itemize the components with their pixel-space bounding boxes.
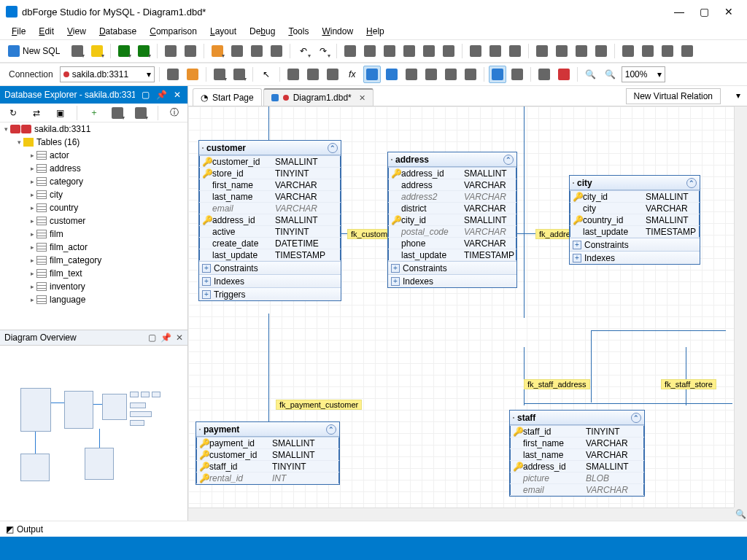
collapse-icon[interactable]: ⌃ <box>328 143 338 153</box>
menu-edit[interactable]: Edit <box>33 25 60 38</box>
menu-comparison[interactable]: Comparison <box>144 25 203 38</box>
column-row[interactable]: create_dateDATETIME <box>199 238 341 249</box>
pin-button[interactable]: 📌 <box>155 89 167 101</box>
menu-layout[interactable]: Layout <box>204 25 242 38</box>
tree-table-film_category[interactable]: ▸film_category <box>0 254 187 267</box>
menu-debug[interactable]: Debug <box>244 25 281 38</box>
new-conn-button[interactable]: ⇄ <box>28 104 45 122</box>
reconnect-button[interactable]: ↻ <box>4 104 22 122</box>
column-row[interactable]: 🔑address_idSMALLINT <box>388 168 516 179</box>
print-button[interactable] <box>231 66 248 83</box>
tree-tables-folder[interactable]: ▾Tables (16) <box>0 136 187 149</box>
database-tree[interactable]: ▾sakila.db:3311▾Tables (16)▸actor▸addres… <box>0 122 187 330</box>
tree-table-language[interactable]: ▸language <box>0 293 187 306</box>
column-row[interactable]: addressVARCHAR <box>388 179 516 191</box>
menu-window[interactable]: Window <box>316 25 359 38</box>
window-position-button[interactable]: ▢ <box>139 89 151 101</box>
tree-table-country[interactable]: ▸country <box>0 201 187 214</box>
column-row[interactable]: first_nameVARCHAR <box>199 179 341 191</box>
proc-tool-button[interactable] <box>324 66 341 83</box>
virtual-rel-tool-button[interactable] <box>383 66 400 83</box>
close-tab-button[interactable]: ✕ <box>356 93 365 103</box>
column-row[interactable]: pictureBLOB <box>510 472 644 484</box>
project-button[interactable] <box>115 42 133 60</box>
entity-section[interactable]: +Constraints <box>388 261 516 274</box>
same-width-button[interactable] <box>467 42 484 60</box>
column-row[interactable]: 🔑staff_idTINYINT <box>196 461 339 472</box>
align-middle-button[interactable] <box>420 42 438 60</box>
sort-button[interactable] <box>132 104 150 122</box>
same-height-button[interactable] <box>487 42 504 60</box>
hspace-rem-button[interactable] <box>592 42 610 60</box>
layout-button[interactable] <box>508 66 526 83</box>
stop-button[interactable] <box>555 66 573 83</box>
align-bottom-button[interactable] <box>440 42 457 60</box>
menu-view[interactable]: View <box>61 25 92 38</box>
menu-file[interactable]: File <box>6 25 31 38</box>
save-button[interactable] <box>162 42 179 60</box>
collapse-icon[interactable]: ⌃ <box>326 424 336 435</box>
vspace-inc-button[interactable] <box>639 42 657 60</box>
column-row[interactable]: emailVARCHAR <box>199 203 341 214</box>
tab-diagram[interactable]: Diagram1.dbd*✕ <box>263 88 374 106</box>
tree-table-film_actor[interactable]: ▸film_actor <box>0 241 187 254</box>
maximize-button[interactable]: ▢ <box>692 3 716 20</box>
column-row[interactable]: 🔑country_idSMALLINT <box>570 214 700 226</box>
refresh-button[interactable] <box>164 66 182 83</box>
source-ctrl-button[interactable] <box>209 42 226 60</box>
column-row[interactable]: last_nameVARCHAR <box>199 191 341 203</box>
entity-payment[interactable]: payment⌃🔑payment_idSMALLINT🔑customer_idS… <box>196 421 340 485</box>
hspace-inc-button[interactable] <box>553 42 570 60</box>
tree-table-film_text[interactable]: ▸film_text <box>0 267 187 280</box>
sync-button[interactable] <box>535 66 553 83</box>
tree-table-city[interactable]: ▸city <box>0 188 187 201</box>
align-top-button[interactable] <box>400 42 418 60</box>
minimize-button[interactable]: — <box>667 3 692 20</box>
entity-section[interactable]: +Indexes <box>199 274 341 287</box>
tree-table-address[interactable]: ▸address <box>0 162 187 175</box>
overview-window-button[interactable]: ▢ <box>148 332 156 343</box>
column-row[interactable]: last_updateTIMESTAMP <box>570 226 700 238</box>
new-folder-button[interactable]: ▣ <box>51 104 69 122</box>
same-size-button[interactable] <box>506 42 524 60</box>
align-right-button[interactable] <box>381 42 398 60</box>
menu-tools[interactable]: Tools <box>282 25 314 38</box>
overview-pin-button[interactable]: 📌 <box>160 332 171 343</box>
copy-button[interactable] <box>248 42 266 60</box>
entity-city[interactable]: city⌃🔑city_idSMALLINTcityVARCHAR🔑country… <box>569 175 700 265</box>
entity-staff[interactable]: staff⌃🔑staff_idTINYINTfirst_nameVARCHARl… <box>509 410 645 497</box>
schema-button[interactable] <box>135 42 152 60</box>
relation-tool-button[interactable] <box>363 66 381 83</box>
overview-canvas[interactable] <box>0 346 187 521</box>
close-panel-button[interactable]: ✕ <box>171 89 183 101</box>
entity-header[interactable]: customer⌃ <box>199 141 341 155</box>
tab-overflow-button[interactable]: ▾ <box>729 87 747 104</box>
horizontal-scrollbar[interactable] <box>188 508 734 521</box>
entity-header[interactable]: city⌃ <box>570 176 700 190</box>
zoom-in-button[interactable]: 🔍 <box>582 66 600 83</box>
column-row[interactable]: 🔑address_idSMALLINT <box>510 461 644 472</box>
diagram-canvas[interactable]: fk_customer_address fk_address_city fk_p… <box>188 106 747 521</box>
entity-section[interactable]: +Indexes <box>570 251 700 264</box>
column-row[interactable]: 🔑address_idSMALLINT <box>199 214 341 226</box>
collapse-icon[interactable]: ⌃ <box>503 155 514 165</box>
vertical-scrollbar[interactable] <box>734 106 747 508</box>
column-row[interactable]: phoneVARCHAR <box>388 238 516 249</box>
zoom-out-button[interactable]: 🔍 <box>602 66 619 83</box>
connection-combo[interactable]: sakila.db:3311▾ <box>60 66 155 82</box>
column-row[interactable]: activeTINYINT <box>199 226 341 238</box>
func-tool-button[interactable]: fx <box>344 66 361 83</box>
tree-table-customer[interactable]: ▸customer <box>0 214 187 228</box>
container-button[interactable] <box>462 66 479 83</box>
column-row[interactable]: postal_codeVARCHAR <box>388 226 516 238</box>
tree-table-category[interactable]: ▸category <box>0 175 187 188</box>
column-row[interactable]: districtVARCHAR <box>388 203 516 214</box>
column-row[interactable]: 🔑payment_idSMALLINT <box>196 438 339 449</box>
entity-header[interactable]: payment⌃ <box>196 422 339 437</box>
paste-button[interactable] <box>268 42 285 60</box>
cut-button[interactable] <box>228 42 246 60</box>
hspace-eq-button[interactable] <box>533 42 551 60</box>
collapse-icon[interactable]: ⌃ <box>631 413 641 423</box>
entity-address[interactable]: address⌃🔑address_idSMALLINTaddressVARCHA… <box>387 152 517 288</box>
entity-header[interactable]: staff⌃ <box>510 411 644 425</box>
